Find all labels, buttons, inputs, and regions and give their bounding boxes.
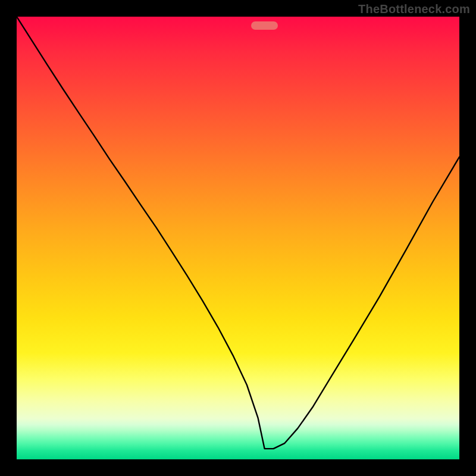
optimal-marker bbox=[251, 21, 278, 29]
chart-stage: TheBottleneck.com bbox=[0, 0, 476, 476]
plot-area bbox=[17, 17, 459, 459]
bottleneck-curve bbox=[17, 17, 459, 459]
watermark-text: TheBottleneck.com bbox=[358, 2, 470, 16]
